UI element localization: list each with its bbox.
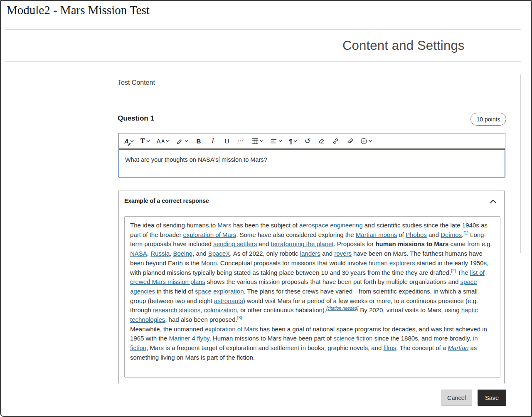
chevron-down-icon xyxy=(146,140,150,142)
underline-button[interactable]: U xyxy=(221,135,233,147)
link-button[interactable] xyxy=(330,135,342,147)
highlight-button[interactable] xyxy=(174,135,190,147)
bold-button[interactable]: B xyxy=(193,135,204,147)
more-options-button[interactable]: ••• xyxy=(235,135,247,147)
content-text: came from e.g. xyxy=(448,240,492,247)
panel-divider xyxy=(5,62,521,62)
content-text: Meanwhile, the unmanned xyxy=(130,326,205,333)
insert-content-button[interactable] xyxy=(358,135,374,147)
content-link[interactable]: [2] xyxy=(451,268,456,273)
editor-toolbar: A T A A B I U xyxy=(118,133,505,149)
content-link[interactable]: [1] xyxy=(463,230,468,235)
eraser-button[interactable] xyxy=(316,135,328,147)
content-link[interactable]: terraforming the planet xyxy=(271,240,334,247)
content-link[interactable]: colonization xyxy=(204,306,237,313)
content-link[interactable]: exploration of Mars xyxy=(205,326,258,333)
content-link[interactable]: Mars xyxy=(217,222,231,229)
content-link[interactable]: Boeing xyxy=(173,250,192,257)
table-button[interactable] xyxy=(249,135,266,147)
paragraph: Meanwhile, the unmanned exploration of M… xyxy=(130,325,495,363)
content-text: in this field of xyxy=(155,288,195,295)
content-text: , Mars is a frequent target of explorati… xyxy=(146,344,383,351)
align-icon xyxy=(270,138,277,145)
bold-icon: B xyxy=(196,138,201,144)
content-link[interactable]: human explorers xyxy=(369,259,415,266)
highlight-icon xyxy=(176,138,183,145)
align-button[interactable] xyxy=(268,135,284,147)
italic-button[interactable]: I xyxy=(207,135,219,147)
content-text: . The concept of a xyxy=(396,344,448,351)
content-link[interactable]: flyby xyxy=(197,335,209,342)
content-link[interactable]: science fiction xyxy=(333,335,372,342)
question-prompt-text: mission to Mars? xyxy=(220,156,267,163)
content-link[interactable]: space exploration xyxy=(195,288,244,295)
content-link[interactable]: Moon xyxy=(201,259,217,266)
font-size-icon: A xyxy=(157,138,161,144)
underline-icon: U xyxy=(224,138,229,144)
save-button[interactable]: Save xyxy=(478,390,506,406)
example-response-text[interactable]: The idea of sending humans to Mars has b… xyxy=(124,216,500,378)
content-text: . Human missions to Mars have been part … xyxy=(209,335,333,342)
table-icon xyxy=(251,138,259,145)
content-text: The xyxy=(456,269,470,276)
cancel-button[interactable]: Cancel xyxy=(441,390,472,406)
content-text: By 2020, virtual visits to Mars, using xyxy=(358,306,461,313)
paragraph-icon: ¶ xyxy=(289,138,292,144)
content-text: . Some have also considered exploring th… xyxy=(236,231,356,238)
question-prompt-text: What are your thoughts on NASA's xyxy=(125,156,218,163)
content-text: has been the subject of xyxy=(231,222,299,229)
question-prompt-editor[interactable]: What are your thoughts on NASA's mission… xyxy=(118,149,505,178)
content-text: since the 1880s, and more broadly, xyxy=(372,335,473,342)
ellipsis-icon: ••• xyxy=(238,139,244,143)
content-text: , xyxy=(147,250,150,257)
eraser-icon xyxy=(318,138,325,145)
test-content-label: Test Content xyxy=(118,79,155,86)
text-cursor xyxy=(219,156,219,163)
content-link[interactable]: research stations xyxy=(153,306,200,313)
plus-circle-icon xyxy=(360,138,367,145)
panel-edge xyxy=(520,74,521,253)
content-text: , and xyxy=(192,250,208,257)
content-link[interactable]: landers xyxy=(300,250,320,257)
content-text: shows the various mission proposals that… xyxy=(205,278,461,285)
font-size-small-icon: A xyxy=(162,139,165,143)
panel-title: Content and Settings xyxy=(342,38,465,53)
font-style-button[interactable]: T xyxy=(138,135,152,147)
test-editor-window: Module2 - Mars Mission Test Content and … xyxy=(0,0,532,417)
content-link[interactable]: aerospace engineering xyxy=(299,222,363,229)
content-link[interactable]: rovers xyxy=(334,250,352,257)
link-icon xyxy=(332,138,339,145)
content-link[interactable]: films xyxy=(384,344,397,351)
italic-icon: I xyxy=(212,138,214,144)
points-pill[interactable]: 10 points xyxy=(470,113,506,126)
chevron-down-icon xyxy=(185,140,188,142)
content-link[interactable]: astronauts xyxy=(214,297,243,304)
content-link[interactable]: Martian moons xyxy=(356,231,397,238)
content-link[interactable]: Martian xyxy=(448,344,468,351)
content-link[interactable]: sending settlers xyxy=(213,240,257,247)
chevron-down-icon xyxy=(260,140,264,142)
text-color-button[interactable]: A xyxy=(122,135,136,147)
chevron-down-icon xyxy=(293,140,297,142)
content-link[interactable]: Deimos xyxy=(441,231,462,238)
content-text: . Proposals for xyxy=(333,240,375,247)
undo-button[interactable]: ↺ xyxy=(302,135,313,147)
paragraph: The idea of sending humans to Mars has b… xyxy=(130,221,495,325)
font-size-button[interactable]: A A xyxy=(155,135,172,147)
attachment-button[interactable] xyxy=(344,135,356,147)
content-link[interactable]: Russia xyxy=(150,250,170,257)
content-link[interactable]: [3] xyxy=(237,315,242,320)
content-link[interactable]: NASA xyxy=(130,250,147,257)
content-text: , or other continuous habitation). xyxy=(237,306,326,313)
paragraph-button[interactable]: ¶ xyxy=(287,135,299,147)
chevron-down-icon xyxy=(130,140,134,142)
collapse-button[interactable] xyxy=(487,195,499,207)
font-style-icon: T xyxy=(140,138,145,144)
content-link[interactable]: Phobos xyxy=(406,231,427,238)
content-link[interactable]: [citation needed] xyxy=(326,306,358,311)
content-link[interactable]: SpaceX xyxy=(208,250,230,257)
content-link[interactable]: Mariner 4 xyxy=(169,335,195,342)
content-link[interactable]: exploration of Mars xyxy=(183,231,236,238)
content-text: and xyxy=(320,250,334,257)
chevron-down-icon xyxy=(166,140,170,142)
